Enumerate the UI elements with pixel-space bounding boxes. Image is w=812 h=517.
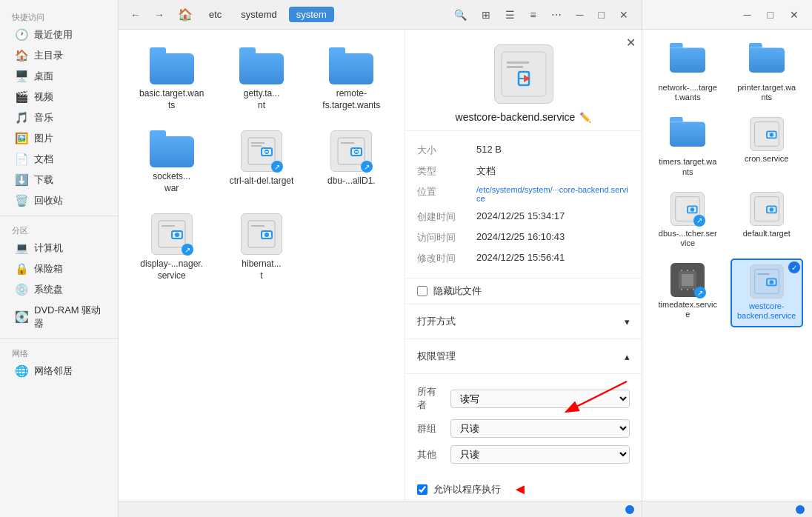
sidebar-section-quick: 快捷访问: [0, 7, 118, 24]
permissions-header[interactable]: 权限管理 ▴: [417, 345, 630, 367]
sidebar-item-computer[interactable]: 💻 计算机: [3, 238, 115, 258]
sidebar-item-trash[interactable]: 🗑️ 回收站: [3, 190, 115, 211]
prop-row-size: 大小 512 B: [417, 140, 630, 161]
maximize-button[interactable]: □: [593, 6, 610, 24]
home-nav-button[interactable]: 🏠: [173, 4, 197, 24]
sidebar-item-desktop[interactable]: 🖥️ 桌面: [3, 66, 115, 87]
network-icon: 🌐: [15, 364, 28, 378]
perm-row-other: 其他 只读 读写 无: [417, 441, 630, 467]
exec-checkbox[interactable]: [417, 484, 427, 495]
prop-filename: westcore-backend.service ✏️: [456, 111, 592, 123]
prop-row-created: 创建时间 2024/12/25 15:34:17: [417, 207, 630, 227]
breadcrumb-system[interactable]: system: [289, 7, 334, 22]
perm-owner-select[interactable]: 读写 只读 无: [450, 390, 630, 408]
size-value: 512 B: [476, 144, 502, 157]
sidebar-item-downloads[interactable]: ⬇️ 下载: [3, 170, 115, 190]
sidebar-item-video[interactable]: 🎬 视频: [3, 87, 115, 107]
list-item[interactable]: printer.target.wants: [731, 39, 804, 107]
list-item[interactable]: ↗ dbu-...allD1.: [310, 124, 393, 200]
back-button[interactable]: ←: [126, 6, 145, 24]
modified-value: 2024/12/25 15:56:41: [476, 252, 565, 265]
sidebar-item-label: 音乐: [34, 111, 53, 124]
list-item[interactable]: ✓ westcore-backend.service: [731, 258, 804, 327]
sidebar-item-label: 计算机: [34, 241, 63, 255]
open-with-label: 打开方式: [417, 315, 456, 328]
folder-icon: [239, 47, 284, 84]
list-item[interactable]: ↗ display-...nager.service: [130, 207, 213, 287]
hidden-file-label: 隐藏此文件: [433, 284, 482, 298]
hidden-file-checkbox[interactable]: [417, 286, 427, 296]
list-item[interactable]: getty.ta...nt: [220, 41, 302, 117]
list-item[interactable]: cron.service: [731, 113, 804, 181]
list-item[interactable]: remote-fs.target.wants: [310, 41, 393, 117]
folder-icon: [150, 47, 194, 84]
perm-section: 所有者 读写 只读 无 群组 只读 读写 无 其他: [405, 374, 642, 475]
close-button[interactable]: ✕: [613, 6, 634, 24]
prop-row-accessed: 访问时间 2024/12/25 16:10:43: [417, 227, 630, 248]
file-name: timedatex.service: [658, 300, 717, 319]
right-max-button[interactable]: □: [762, 6, 779, 24]
sidebar-item-vault[interactable]: 🔒 保险箱: [3, 258, 115, 279]
sidebar-item-documents[interactable]: 📄 文档: [3, 149, 115, 170]
properties-panel: ✕ westcore-backend.service: [405, 30, 642, 501]
sidebar-item-recent[interactable]: 🕐 最近使用: [3, 24, 115, 45]
right-close-button[interactable]: ✕: [784, 6, 805, 24]
grid-view-button[interactable]: ⊞: [476, 6, 496, 24]
svg-point-30: [690, 207, 694, 211]
perm-group-select[interactable]: 只读 读写 无: [450, 419, 630, 438]
open-with-header[interactable]: 打开方式 ▾: [417, 310, 630, 333]
edit-filename-icon[interactable]: ✏️: [579, 112, 591, 123]
perm-other-select[interactable]: 只读 读写 无: [450, 445, 630, 464]
svg-point-18: [264, 233, 269, 237]
file-name: getty.ta...nt: [244, 88, 279, 111]
sidebar-divider: [0, 216, 118, 216]
prop-row-type: 类型 文档: [417, 161, 630, 181]
file-name: westcore-backend.service: [737, 301, 796, 321]
properties-close-button[interactable]: ✕: [626, 36, 636, 50]
sidebar-item-network[interactable]: 🌐 网络邻居: [3, 361, 115, 381]
minimize-button[interactable]: ─: [570, 6, 590, 24]
service-file-icon: ↗: [241, 130, 282, 172]
search-toolbar-button[interactable]: 🔍: [448, 6, 473, 24]
list-view-button[interactable]: ☰: [499, 6, 521, 24]
list-item[interactable]: default.target: [731, 187, 804, 253]
title-bar: ← → 🏠 etc systemd system 🔍 ⊞ ☰ ≡ ⋯ ─ □ ✕: [119, 0, 642, 30]
file-grid: basic.target.wants getty.ta...nt remote-…: [119, 30, 405, 501]
window-controls: 🔍 ⊞ ☰ ≡ ⋯ ─ □ ✕: [448, 6, 634, 24]
sidebar-item-music[interactable]: 🎵 音乐: [3, 107, 115, 128]
sidebar-item-label: 系统盘: [34, 283, 63, 296]
breadcrumb-etc[interactable]: etc: [202, 7, 229, 22]
list-item[interactable]: ↗ dbus-...tcher.service: [651, 187, 725, 253]
list2-view-button[interactable]: ≡: [524, 6, 542, 24]
perm-row-group: 群组 只读 读写 无: [417, 416, 630, 441]
list-item[interactable]: network-....target.wants: [651, 39, 725, 107]
sidebar-item-home[interactable]: 🏠 主目录: [3, 45, 115, 66]
list-item[interactable]: basic.target.wants: [130, 41, 213, 117]
list-item[interactable]: sockets...war: [130, 124, 213, 200]
sidebar-item-pictures[interactable]: 🖼️ 图片: [3, 128, 115, 149]
right-file-grid: network-....target.wants printer.target.…: [642, 30, 812, 501]
service-emblem: ↗: [182, 244, 193, 256]
service-emblem: ↗: [271, 161, 283, 173]
vault-icon: 🔒: [15, 262, 28, 276]
right-panel: ─ □ ✕ network-....target.wants printer.t…: [642, 0, 812, 517]
list-item[interactable]: timers.target.wants: [651, 113, 725, 181]
service-file-icon: [750, 264, 784, 298]
type-value: 文档: [476, 164, 496, 178]
folder-icon: [150, 130, 194, 167]
open-with-chevron-icon: ▾: [625, 316, 630, 327]
file-name: hibernat...t: [242, 258, 281, 281]
sidebar-item-systemdisk[interactable]: 💿 系统盘: [3, 279, 115, 300]
recent-icon: 🕐: [15, 28, 28, 41]
right-min-button[interactable]: ─: [738, 6, 757, 24]
prop-row-modified: 修改时间 2024/12/25 15:56:41: [417, 248, 630, 269]
list-item[interactable]: ↗ ctrl-alt-del.target: [220, 124, 302, 200]
sidebar-item-dvd[interactable]: 💽 DVD-RAM 驱动器: [3, 300, 115, 334]
list-item[interactable]: ↗ timedatex.service: [651, 258, 725, 327]
breadcrumb-systemd[interactable]: systemd: [233, 7, 284, 22]
service-file-icon: [241, 213, 282, 255]
home-icon: 🏠: [15, 49, 28, 62]
forward-button[interactable]: →: [150, 6, 169, 24]
list-item[interactable]: hibernat...t: [220, 207, 302, 287]
more-button[interactable]: ⋯: [545, 6, 568, 24]
